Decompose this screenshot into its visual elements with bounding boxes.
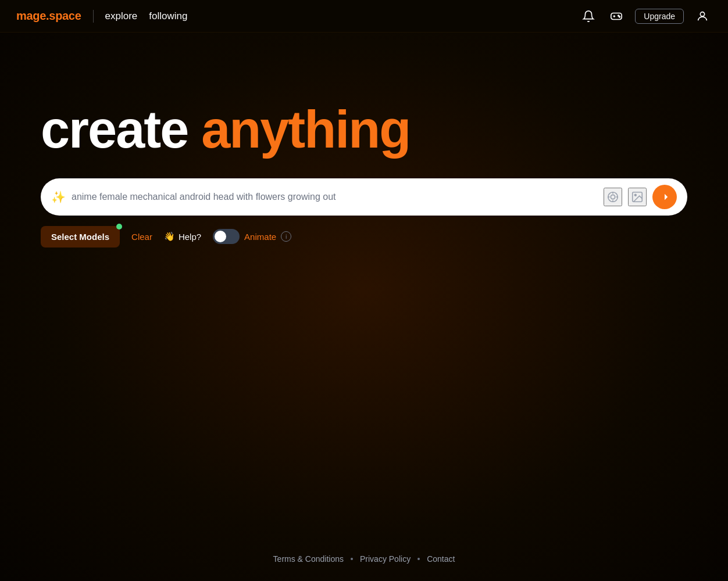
main-content: create anything ✨ [0,102,728,248]
help-button[interactable]: 👋 Help? [164,231,201,242]
headline: create anything [41,102,410,157]
nav-divider [93,10,94,23]
gamepad-button[interactable] [607,7,626,26]
animate-info-button[interactable]: i [281,231,291,242]
search-actions [604,185,677,209]
help-emoji: 👋 [164,231,175,242]
animate-group: Animate i [213,229,291,244]
footer-separator-1 [351,558,353,560]
footer: Terms & Conditions Privacy Policy Contac… [0,554,728,564]
toggle-knob [215,231,226,242]
generate-button[interactable] [652,185,677,209]
style-reference-button[interactable] [604,188,622,206]
headline-white: create [41,101,188,159]
animate-toggle[interactable] [213,229,240,244]
contact-link[interactable]: Contact [427,554,455,564]
search-container: ✨ [41,178,687,216]
header-left: mage.space explore following [16,9,187,23]
upgrade-button[interactable]: Upgrade [635,9,684,24]
search-bar: ✨ [41,178,687,216]
toolbar: Select Models Clear 👋 Help? Animate i [41,226,291,248]
svg-point-2 [619,16,620,17]
nav-following[interactable]: following [149,10,187,22]
select-models-button[interactable]: Select Models [41,226,120,248]
image-upload-button[interactable] [628,188,647,206]
notifications-button[interactable] [579,7,598,26]
header: mage.space explore following Upgrade [0,0,728,33]
nav-explore[interactable]: explore [105,10,138,22]
headline-orange: anything [201,101,410,159]
terms-link[interactable]: Terms & Conditions [273,554,344,564]
footer-separator-2 [417,558,420,560]
search-input[interactable] [72,192,598,202]
logo[interactable]: mage.space [16,9,81,23]
active-indicator [116,224,122,229]
svg-point-4 [611,195,615,199]
header-right: Upgrade [579,7,712,26]
animate-label: Animate [244,232,276,242]
svg-point-3 [700,12,704,16]
clear-button[interactable]: Clear [131,232,152,242]
svg-point-11 [634,194,636,196]
magic-wand-icon: ✨ [51,190,66,204]
privacy-link[interactable]: Privacy Policy [360,554,411,564]
user-profile-button[interactable] [693,7,712,26]
